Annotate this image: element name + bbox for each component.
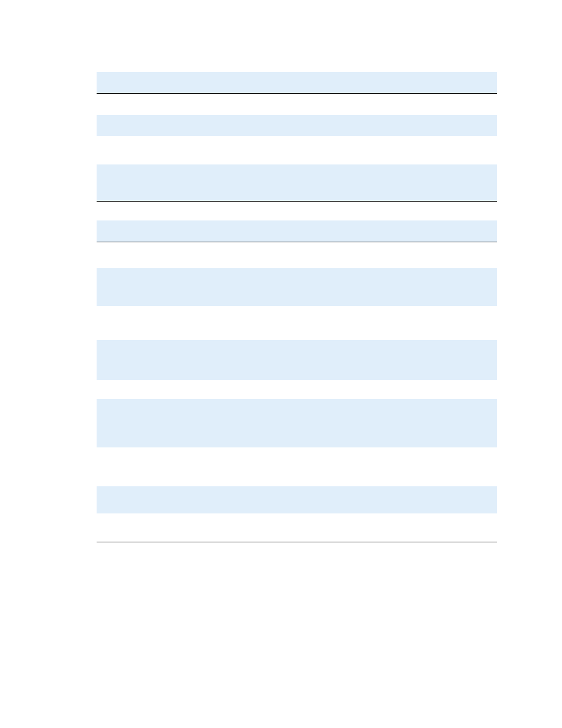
highlight-block-7 bbox=[97, 399, 497, 447]
gap bbox=[97, 447, 497, 486]
highlight-block-3 bbox=[97, 164, 497, 201]
highlight-block-5 bbox=[97, 268, 497, 306]
highlight-block-4 bbox=[97, 220, 497, 242]
horizontal-rule-4 bbox=[97, 542, 497, 542]
gap bbox=[97, 202, 497, 220]
highlight-block-2 bbox=[97, 115, 497, 136]
gap bbox=[97, 94, 497, 115]
highlight-block-8 bbox=[97, 486, 497, 513]
gap bbox=[97, 306, 497, 340]
gap bbox=[97, 380, 497, 399]
gap bbox=[97, 136, 497, 164]
highlight-block-6 bbox=[97, 340, 497, 380]
highlight-block-1 bbox=[97, 72, 497, 93]
gap bbox=[97, 513, 497, 542]
gap bbox=[97, 242, 497, 268]
document-content bbox=[97, 72, 497, 542]
